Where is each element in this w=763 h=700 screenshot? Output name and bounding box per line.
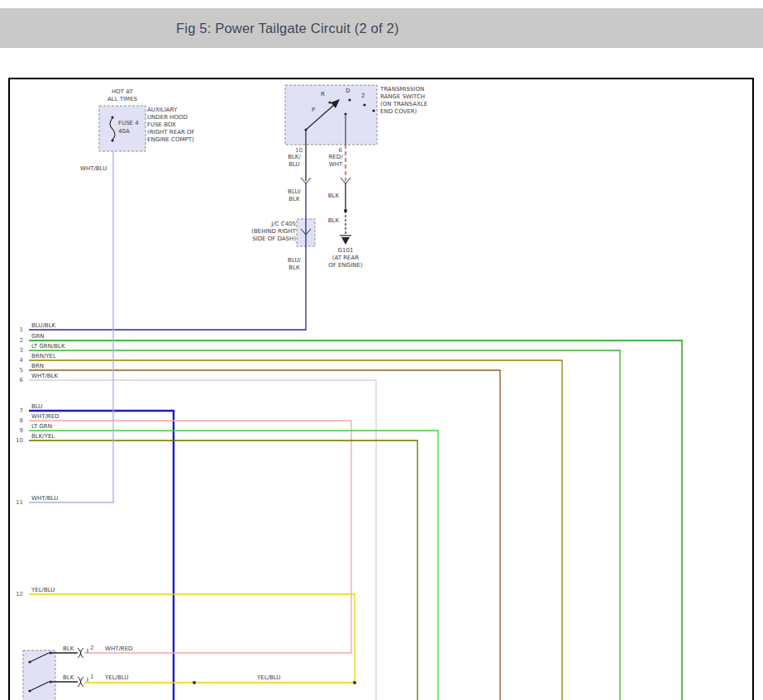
row-number: 2 xyxy=(12,337,23,345)
row-number: 11 xyxy=(12,499,23,507)
label-line: J/C C405 xyxy=(233,221,296,228)
gear-position-p: P xyxy=(312,107,315,114)
label-line: WHT xyxy=(327,161,344,169)
label-line: BLK xyxy=(286,264,303,272)
junction-label: J/C C405 (BEHIND RIGHT SIDE OF DASH) xyxy=(233,221,296,243)
row-number: 10 xyxy=(12,437,23,445)
label-line: G101 xyxy=(319,247,372,255)
label-line: (AT REAR xyxy=(319,255,372,262)
row-number: 12 xyxy=(12,591,23,598)
row-number: 9 xyxy=(12,427,23,435)
label-line: FUSE BOX xyxy=(147,121,195,129)
fuse-rating-label: 40A xyxy=(118,128,130,136)
ground-label: G101 (AT REAR OF ENGINE) xyxy=(319,247,372,269)
row-number: 6 xyxy=(12,377,23,384)
pin-number-1: 1 xyxy=(90,674,93,681)
label-line: END COVER) xyxy=(380,108,427,116)
splice-dot xyxy=(353,681,356,684)
row-wire-label: BRN xyxy=(31,363,44,370)
label-line: ALL TIMES xyxy=(101,96,144,103)
diagram-frame xyxy=(9,79,753,700)
row-wire-label: WHT/BLU xyxy=(31,495,58,502)
wire-color-blk-lower-label: BLK xyxy=(324,217,339,225)
label-line: (RIGHT REAR OF xyxy=(147,129,195,136)
row-number: 5 xyxy=(12,367,23,374)
row-wire-label: LT GRN xyxy=(31,423,52,431)
wire-color-blu-blk-upper-label: BLU/ BLK xyxy=(286,188,303,203)
fuse-wire-color-label: WHT/BLU xyxy=(80,165,107,173)
wire-color-blk-blu-label: BLK/ BLU xyxy=(286,154,303,169)
row-number: 3 xyxy=(12,347,23,355)
row-wire-label: WHT/BLK xyxy=(31,373,58,380)
gear-position-r: R xyxy=(321,91,325,98)
label-line: (BEHIND RIGHT xyxy=(233,228,296,236)
page: Fig 5: Power Tailgate Circuit (2 of 2) xyxy=(0,0,763,700)
wire-color-blk-label: BLK xyxy=(63,674,74,682)
wire-color-wht-red-label: WHT/RED xyxy=(105,645,133,653)
label-line: TRANSMISSION xyxy=(380,86,427,93)
gear-position-2: 2 xyxy=(361,93,365,100)
label-line: BLU/ xyxy=(286,257,303,264)
label-line: AUXILIARY xyxy=(147,107,195,114)
row-wire-label: BRN/YEL xyxy=(31,353,56,360)
row-number: 4 xyxy=(12,357,23,364)
wiring-diagram: HOT AT ALL TIMES FUSE 4 40A AUXILIARY UN… xyxy=(0,0,763,700)
splice-dot xyxy=(193,681,196,684)
label-line: RANGE SWITCH xyxy=(380,93,427,101)
label-line: HOT AT xyxy=(101,88,144,96)
label-line: BLK xyxy=(286,196,303,203)
row-wire-label: LT GRN/BLK xyxy=(31,343,65,350)
row-number: 8 xyxy=(12,417,23,425)
pin-number-2: 2 xyxy=(90,645,93,652)
wire-color-yel-blu-label: YEL/BLU xyxy=(105,674,128,682)
hot-at-all-times-label: HOT AT ALL TIMES xyxy=(101,88,144,103)
label-line: OF ENGINE) xyxy=(319,262,372,269)
fuse-box-location-label: AUXILIARY UNDER HOOD FUSE BOX (RIGHT REA… xyxy=(147,107,195,144)
wire-color-blk-upper-label: BLK xyxy=(324,193,339,200)
label-line: SIDE OF DASH) xyxy=(233,236,296,243)
wire-color-blu-blk-lower-label: BLU/ BLK xyxy=(286,257,303,272)
row-number: 7 xyxy=(12,407,23,415)
label-line: ENGINE COMPT) xyxy=(147,136,195,144)
fuse-name-label: FUSE 4 xyxy=(118,120,139,127)
row-wire-label: BLU/BLK xyxy=(31,322,55,330)
row-wire-label: GRN xyxy=(31,333,45,340)
row-wire-label: BLK/YEL xyxy=(31,433,55,440)
wire-color-red-wht-label: RED/ WHT xyxy=(327,154,344,169)
gear-position-d: D xyxy=(346,88,350,95)
row-wire-label: BLU xyxy=(31,403,42,411)
label-line: RED/ xyxy=(327,154,344,161)
wire-color-blk-label: BLK xyxy=(63,645,74,653)
label-line: BLK/ xyxy=(286,154,303,161)
label-line: BLU xyxy=(286,161,303,169)
row-number: 1 xyxy=(12,326,23,334)
wire-color-yel-blu-mid-label: YEL/BLU xyxy=(257,674,280,682)
label-line: (ON TRANSAXLE xyxy=(380,101,427,108)
label-line: BLU/ xyxy=(286,188,303,196)
label-line: UNDER HOOD xyxy=(147,114,195,121)
row-wire-label: WHT/RED xyxy=(31,413,60,421)
row-wire-label: YEL/BLU xyxy=(31,587,55,594)
range-switch-title: TRANSMISSION RANGE SWITCH (ON TRANSAXLE … xyxy=(380,86,427,116)
